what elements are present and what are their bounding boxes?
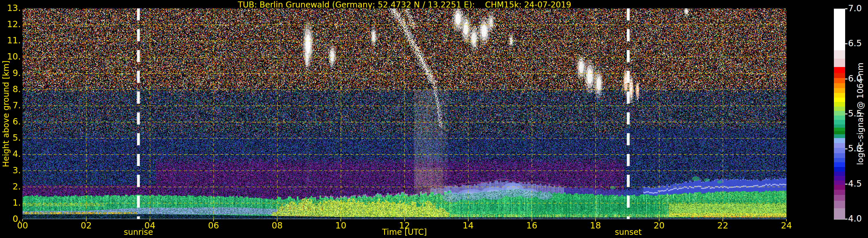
colorbar-tick-mark (845, 113, 847, 114)
sunset-label: sunset (615, 227, 642, 237)
colorbar (834, 9, 845, 219)
colorbar-segment (834, 176, 845, 180)
colorbar-segment (834, 134, 845, 138)
colorbar-segment (834, 73, 845, 78)
colorbar-segment (834, 131, 845, 135)
colorbar-segment (834, 59, 845, 68)
colorbar-segment (834, 158, 845, 163)
colorbar-segment (834, 93, 845, 98)
sunrise-label: sunrise (124, 227, 153, 237)
colorbar-segment (834, 83, 845, 89)
y-tick-label: 12. (0, 19, 21, 29)
y-tick-label: 6. (0, 116, 21, 127)
colorbar-tick-mark (845, 43, 847, 44)
colorbar-segment (834, 111, 845, 115)
colorbar-segment (834, 125, 845, 128)
colorbar-segment (834, 208, 845, 219)
colorbar-tick-mark (845, 148, 847, 149)
y-tick-label: 11. (0, 35, 21, 45)
colorbar-segment (834, 172, 845, 176)
colorbar-segment (834, 148, 845, 153)
colorbar-segment (834, 120, 845, 125)
y-tick-label: 2. (0, 181, 21, 192)
y-tick-label: 1. (0, 198, 21, 208)
colorbar-segment (834, 78, 845, 83)
y-tick-label: 10. (0, 52, 21, 62)
quicklook-figure: TUB: Berlin Grunewald (Germany; 52.4732 … (0, 0, 868, 238)
colorbar-tick-label: 4.0 (848, 213, 862, 224)
colorbar-segment (834, 67, 845, 73)
colorbar-tick-label: 7.0 (848, 3, 862, 13)
y-tick-label: 9. (0, 68, 21, 78)
colorbar-segment (834, 167, 845, 172)
colorbar-tick-label: 6.5 (848, 38, 862, 48)
colorbar-segment (834, 138, 845, 143)
colorbar-tick-label: 4.5 (848, 178, 862, 189)
colorbar-tick-mark (845, 78, 847, 79)
colorbar-segment (834, 9, 845, 50)
y-tick-label: 7. (0, 100, 21, 110)
colorbar-segment (834, 162, 845, 167)
colorbar-segment (834, 128, 845, 131)
colorbar-segment (834, 115, 845, 120)
y-tick-label: 5. (0, 133, 21, 143)
colorbar-segment (834, 98, 845, 102)
colorbar-segment (834, 195, 845, 201)
colorbar-segment (834, 190, 845, 195)
heatmap-canvas (23, 8, 786, 219)
colorbar-tick-mark (845, 8, 847, 9)
colorbar-segment (834, 185, 845, 190)
colorbar-segment (834, 180, 845, 185)
colorbar-tick-mark (845, 219, 847, 219)
y-tick-label: 8. (0, 84, 21, 94)
colorbar-tick-mark (845, 184, 847, 184)
y-tick-label: 4. (0, 149, 21, 159)
colorbar-segment (834, 102, 845, 107)
colorbar-label: log(rc-signal) @ 1064 nm (856, 63, 865, 165)
colorbar-segment (834, 50, 845, 59)
y-tick-label: 13. (0, 3, 21, 13)
colorbar-segment (834, 201, 845, 208)
colorbar-segment (834, 143, 845, 148)
colorbar-segment (834, 88, 845, 93)
y-tick-label: 3. (0, 165, 21, 175)
colorbar-segment (834, 107, 845, 111)
colorbar-segment (834, 153, 845, 158)
